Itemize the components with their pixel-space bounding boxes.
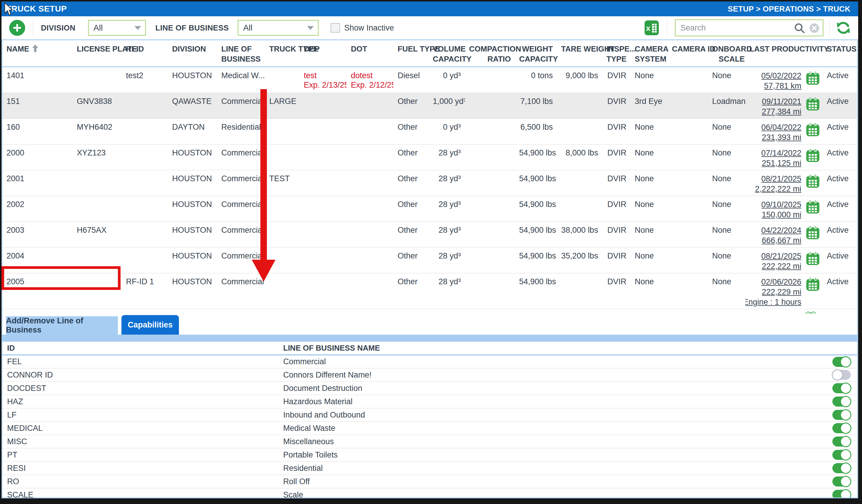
last-productivity-link[interactable]: 08/21/2025: [761, 252, 801, 261]
truck-row[interactable]: 2005RF-ID 1HOUSTONCommercialOther28 yd³5…: [2, 273, 857, 309]
calendar-icon[interactable]: [806, 123, 820, 136]
lob-toggle[interactable]: [832, 383, 851, 393]
truck-row[interactable]: 2000XYZ123HOUSTONCommercialOther28 yd³54…: [2, 145, 857, 170]
export-excel-button[interactable]: x: [644, 20, 659, 36]
division-select[interactable]: All: [88, 20, 146, 36]
toolbar-divider: [830, 20, 830, 36]
cell-dot: [347, 145, 393, 170]
last-productivity-link[interactable]: 06/04/2022: [761, 123, 801, 132]
column-header-weight_capacity[interactable]: WEIGHTCAPACITY: [515, 40, 557, 67]
lob-row[interactable]: MISC Miscellaneous: [2, 435, 857, 448]
calendar-icon[interactable]: [806, 252, 820, 265]
column-header-rfid[interactable]: RFID: [122, 40, 168, 67]
column-header-compaction_ratio[interactable]: COMPACTIONRATIO: [465, 40, 515, 67]
last-productivity-link[interactable]: 277,384 mi: [762, 107, 801, 116]
column-header-license_plate[interactable]: LICENSE PLATE: [73, 40, 122, 67]
lob-select[interactable]: All: [238, 20, 319, 36]
last-productivity-link[interactable]: 05/02/2022: [761, 71, 801, 80]
column-header-division[interactable]: DIVISION: [168, 40, 217, 67]
column-header-name[interactable]: NAME: [2, 40, 73, 67]
column-header-truck_type[interactable]: TRUCK TYPE: [265, 40, 300, 67]
tab-capabilities[interactable]: Capabilities: [121, 315, 179, 335]
last-productivity-link[interactable]: 07/14/2022: [761, 149, 801, 158]
last-productivity-link[interactable]: 08/21/2025: [761, 174, 801, 183]
cell-inspection_type: DVIR: [602, 119, 631, 145]
truck-row[interactable]: 2003H675AXHOUSTONCommercialOther28 yd³54…: [2, 222, 857, 248]
lob-toggle[interactable]: [832, 423, 851, 433]
lob-row[interactable]: FEL Commercial: [2, 355, 857, 368]
truck-row[interactable]: 2002HOUSTONCommercialOther28 yd³54,900 l…: [2, 196, 857, 222]
toolbar: DIVISION All LINE OF BUSINESS All Show I…: [1, 16, 858, 39]
lob-row[interactable]: PT Portable Toilets: [2, 448, 857, 462]
last-productivity-link[interactable]: 2,222,222 mi: [755, 185, 801, 194]
last-productivity-link[interactable]: 231,393 mi: [762, 133, 801, 142]
show-inactive-checkbox[interactable]: [330, 23, 340, 32]
search-icon[interactable]: [794, 23, 805, 34]
column-header-camera_system[interactable]: CAMERASYSTEM: [631, 40, 668, 67]
calendar-icon[interactable]: [806, 149, 820, 162]
column-header-fuel_type[interactable]: FUEL TYPE: [393, 40, 429, 67]
last-productivity-link[interactable]: 04/22/2024: [761, 226, 801, 235]
lob-row[interactable]: RO Roll Off: [2, 475, 857, 488]
calendar-icon[interactable]: [806, 226, 820, 240]
cell-camera_system: None: [631, 222, 668, 248]
truck-row[interactable]: 2004HOUSTONCommercialOther28 yd³54,900 l…: [2, 248, 857, 273]
truck-row[interactable]: 151GNV3838QAWASTECommercialLARGEOther1,0…: [2, 93, 857, 119]
column-header-tare_weight[interactable]: TARE WEIGHT: [557, 40, 602, 67]
last-productivity-link[interactable]: 251,125 mi: [762, 159, 801, 168]
lob-toggle[interactable]: [832, 490, 851, 499]
last-productivity-link[interactable]: 02/06/2026: [761, 277, 801, 286]
column-header-last_productivity[interactable]: LAST PRODUCTIVITY: [745, 40, 823, 67]
last-productivity-link[interactable]: 222,229 mi: [762, 288, 801, 296]
toggle-knob-icon: [840, 463, 851, 474]
last-productivity-link[interactable]: 666,667 mi: [762, 236, 801, 245]
add-truck-button[interactable]: [9, 20, 25, 36]
truck-row[interactable]: 160MYH6402DAYTONResidentialOther0 yd³6,5…: [2, 119, 857, 145]
column-header-dep[interactable]: DEP: [300, 40, 347, 67]
clear-search-icon[interactable]: [809, 23, 819, 33]
lob-toggle[interactable]: [832, 463, 851, 473]
lob-toggle[interactable]: [832, 370, 851, 380]
refresh-button[interactable]: [836, 20, 851, 36]
column-header-inspection_type[interactable]: INSPE...TYPE: [602, 40, 631, 67]
cell-truck_type: [265, 196, 300, 222]
last-productivity-link[interactable]: 09/11/2021: [762, 97, 801, 106]
column-header-line_of_business[interactable]: LINE OFBUSINESS: [217, 40, 265, 67]
calendar-icon[interactable]: [806, 200, 820, 214]
calendar-icon[interactable]: [806, 277, 820, 291]
cell-dep: [300, 222, 347, 248]
column-header-volume_capacity[interactable]: VOLUMECAPACITY: [429, 40, 465, 67]
lob-toggle[interactable]: [832, 450, 851, 460]
lob-row[interactable]: RESI Residential: [2, 462, 857, 475]
calendar-icon[interactable]: [806, 97, 820, 111]
last-productivity-link[interactable]: 222,222 mi: [762, 262, 801, 271]
lob-toggle[interactable]: [832, 476, 851, 487]
lob-row[interactable]: CONNOR ID Connors Different Name!: [2, 368, 857, 382]
calendar-icon[interactable]: [806, 71, 820, 85]
lob-row[interactable]: HAZ Hazardous Material: [2, 395, 857, 408]
lob-row[interactable]: LF Inbound and Outbound: [2, 408, 857, 422]
lob-toggle[interactable]: [832, 410, 851, 420]
last-productivity-link[interactable]: 57,781 km: [764, 81, 801, 90]
truck-row[interactable]: 1401test2HOUSTONMedical W...testExp. 2/1…: [2, 67, 857, 93]
lob-row[interactable]: SCALE Scale: [2, 488, 857, 499]
lob-row[interactable]: MEDICAL Medical Waste: [2, 422, 857, 435]
toggle-knob-icon: [840, 423, 851, 434]
truck-row[interactable]: 2001HOUSTONCommercialTESTOther28 yd³54,9…: [2, 170, 857, 196]
tab-add-remove-line-of-business[interactable]: Add/Remove Line of Business: [6, 316, 118, 335]
lob-name: Portable Toilets: [283, 448, 810, 462]
column-header-dot[interactable]: DOT: [347, 40, 393, 67]
column-header-onboard_scale[interactable]: ONBOARDSCALE: [708, 40, 745, 67]
last-productivity-link[interactable]: 09/10/2025: [761, 200, 801, 209]
calendar-icon[interactable]: [806, 174, 820, 188]
lob-row[interactable]: DOCDEST Document Destruction: [2, 382, 857, 395]
lob-toggle[interactable]: [832, 437, 851, 447]
last-productivity-link[interactable]: 150,000 mi: [762, 210, 801, 219]
column-header-status[interactable]: STATUS: [823, 40, 857, 67]
calendar-icon[interactable]: [804, 311, 818, 313]
lob-toggle[interactable]: [832, 357, 851, 367]
last-productivity-link[interactable]: Engine : 1 hours: [745, 297, 801, 306]
column-header-camera_id[interactable]: CAMERA ID: [668, 40, 708, 67]
lob-toggle[interactable]: [832, 397, 851, 407]
cell-fuel_type: Other: [393, 119, 429, 145]
